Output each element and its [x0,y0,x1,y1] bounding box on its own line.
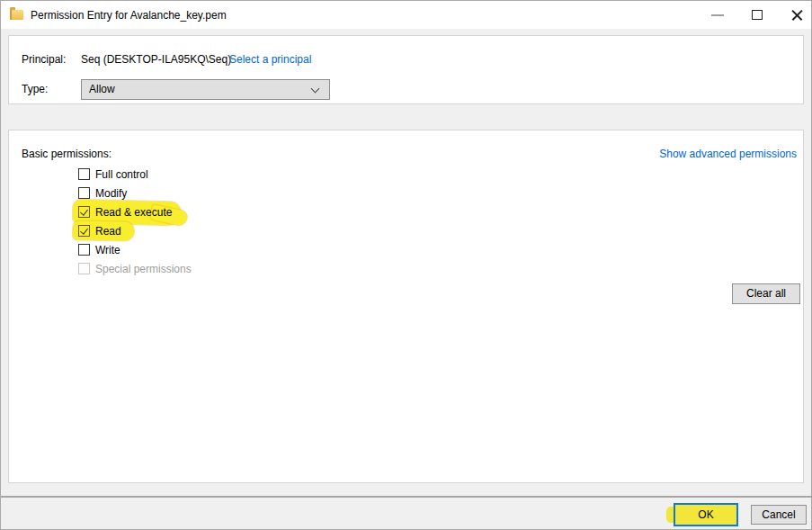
minimize-icon [711,14,724,16]
checkbox-label: Modify [95,187,127,200]
checkbox-label: Write [95,244,120,256]
ok-button[interactable]: OK [674,503,738,526]
close-button[interactable] [781,1,812,29]
maximize-button[interactable] [742,1,772,29]
checkbox-full-control[interactable] [78,168,90,180]
checkbox-label: Read & execute [95,206,172,219]
checkbox-special-permissions [78,263,90,274]
clear-all-button[interactable]: Clear all [732,283,800,304]
title-bar: Permission Entry for Avalanche_key.pem [1,1,811,29]
type-dropdown[interactable]: Allow [81,79,330,100]
folder-icon [10,10,23,20]
checkbox-label: Full control [95,168,148,181]
checkbox-read[interactable] [78,225,90,237]
checkbox-write[interactable] [78,244,90,256]
checkbox-read-execute[interactable] [78,206,90,218]
basic-permissions-panel: Basic permissions: Show advanced permiss… [8,130,804,483]
footer-divider [1,496,812,498]
permission-row-read-execute: Read & execute [78,205,172,220]
maximize-icon [752,10,763,20]
checkbox-modify[interactable] [78,187,90,199]
principal-value: Seq (DESKTOP-ILA95KQ\Seq) [81,53,231,66]
minimize-button[interactable] [702,1,733,29]
type-dropdown-value: Allow [89,83,115,95]
basic-permissions-label: Basic permissions: [22,148,112,160]
permission-row-full-control: Full control [78,167,148,182]
permission-entry-dialog: Permission Entry for Avalanche_key.pem P… [0,0,812,530]
cancel-button[interactable]: Cancel [751,505,807,525]
permission-row-read: Read [78,224,121,238]
chevron-down-icon [311,85,320,94]
checkbox-label: Special permissions [95,263,192,275]
show-advanced-permissions-link[interactable]: Show advanced permissions [659,148,797,160]
permission-row-modify: Modify [78,186,127,201]
permission-row-special-permissions: Special permissions [78,262,192,276]
checkbox-label: Read [95,225,121,238]
window-title: Permission Entry for Avalanche_key.pem [31,9,227,22]
principal-label: Principal: [22,53,66,66]
select-principal-link[interactable]: Select a principal [229,53,311,66]
type-label: Type: [22,83,48,95]
principal-type-panel: Principal: Seq (DESKTOP-ILA95KQ\Seq) Sel… [8,35,804,104]
permission-row-write: Write [78,243,120,257]
